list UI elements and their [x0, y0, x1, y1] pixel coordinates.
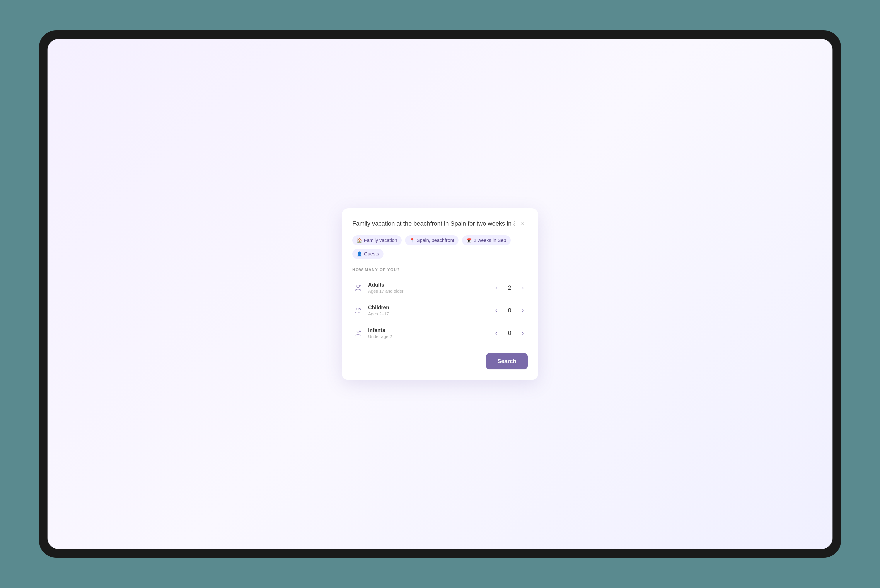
children-stepper: ‹ 0 › — [491, 306, 528, 315]
guest-row-adults: Adults Ages 17 and older ‹ 2 › — [352, 277, 528, 299]
adults-stepper: ‹ 2 › — [491, 283, 528, 292]
children-decrement-button[interactable]: ‹ — [491, 306, 501, 315]
guest-rows: Adults Ages 17 and older ‹ 2 › — [352, 277, 528, 344]
infants-sub: Under age 2 — [368, 334, 491, 339]
chip-icon-spain: 📍 — [410, 238, 415, 243]
close-icon: × — [521, 220, 525, 227]
children-name: Children — [368, 304, 491, 310]
chip-label-two-weeks: 2 weeks in Sep — [474, 237, 506, 243]
device-screen: × 🏠 Family vacation 📍 Spain, beachfront … — [48, 39, 832, 549]
chip-icon-guests: 👤 — [357, 251, 362, 256]
children-info: Children Ages 2–17 — [368, 304, 491, 316]
svg-point-0 — [357, 285, 359, 288]
adults-decrement-button[interactable]: ‹ — [491, 283, 501, 292]
svg-point-2 — [356, 308, 358, 310]
infants-icon — [352, 327, 364, 339]
modal-container: × 🏠 Family vacation 📍 Spain, beachfront … — [342, 208, 538, 380]
infants-name: Infants — [368, 327, 491, 333]
adults-sub: Ages 17 and older — [368, 289, 491, 294]
children-icon — [352, 304, 364, 316]
close-button[interactable]: × — [518, 219, 528, 228]
chip-icon-calendar: 📅 — [466, 238, 472, 243]
svg-point-5 — [360, 331, 360, 332]
children-value: 0 — [506, 307, 513, 314]
guest-row-children: Children Ages 2–17 ‹ 0 › — [352, 299, 528, 322]
infants-value: 0 — [506, 330, 513, 336]
chip-spain-beachfront[interactable]: 📍 Spain, beachfront — [405, 236, 458, 245]
guest-row-infants: Infants Under age 2 ‹ 0 › — [352, 322, 528, 344]
chips-row: 🏠 Family vacation 📍 Spain, beachfront 📅 … — [352, 236, 528, 259]
footer-row: Search — [352, 353, 528, 369]
children-increment-button[interactable]: › — [518, 306, 528, 315]
chip-two-weeks[interactable]: 📅 2 weeks in Sep — [462, 236, 511, 245]
search-button[interactable]: Search — [486, 353, 528, 369]
adults-icon — [352, 282, 364, 293]
svg-point-4 — [357, 331, 359, 333]
chip-label-family-vacation: Family vacation — [364, 237, 397, 243]
search-input[interactable] — [352, 220, 515, 227]
chip-guests[interactable]: 👤 Guests — [352, 249, 383, 259]
children-sub: Ages 2–17 — [368, 311, 491, 316]
infants-stepper: ‹ 0 › — [491, 328, 528, 338]
chip-label-spain: Spain, beachfront — [417, 237, 454, 243]
infants-info: Infants Under age 2 — [368, 327, 491, 339]
adults-name: Adults — [368, 282, 491, 288]
chip-label-guests: Guests — [364, 251, 379, 257]
infants-decrement-button[interactable]: ‹ — [491, 328, 501, 338]
infants-increment-button[interactable]: › — [518, 328, 528, 338]
svg-point-3 — [359, 309, 360, 310]
chip-icon-family: 🏠 — [357, 238, 362, 243]
section-label: HOW MANY OF YOU? — [352, 268, 528, 272]
adults-increment-button[interactable]: › — [518, 283, 528, 292]
adults-value: 2 — [506, 284, 513, 291]
search-bar-row: × — [352, 219, 528, 228]
adults-info: Adults Ages 17 and older — [368, 282, 491, 294]
device-frame: × 🏠 Family vacation 📍 Spain, beachfront … — [39, 30, 841, 558]
chip-family-vacation[interactable]: 🏠 Family vacation — [352, 236, 402, 245]
